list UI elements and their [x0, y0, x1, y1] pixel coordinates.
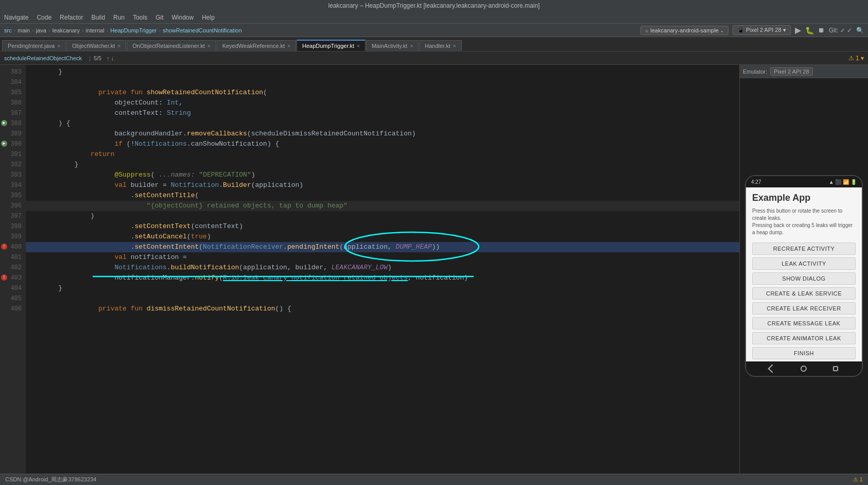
line-num-386: 386 — [0, 98, 26, 108]
tab-keyed-weak-ref[interactable]: KeyedWeakReference.kt × — [217, 40, 296, 51]
phone-buttons-list: RECREATE ACTIVITY LEAK ACTIVITY SHOW DIA… — [746, 240, 862, 361]
phone-home-button[interactable] — [800, 365, 808, 373]
phone-container: 4:27 ▲ ⬛ 📶 🔋 Example App Press this butt… — [740, 78, 868, 474]
menu-run[interactable]: Run — [113, 14, 125, 21]
breadcrumb-main[interactable]: main — [18, 27, 30, 33]
device-dropdown[interactable]: 📱 Pixel 2 API 28 ▾ — [733, 25, 791, 35]
phone-back-button[interactable] — [768, 365, 776, 373]
phone-btn-show-dialog[interactable]: SHOW DIALOG — [752, 272, 856, 285]
phone-btn-create-animator-leak[interactable]: CREATE ANIMATOR LEAK — [752, 332, 856, 344]
line-counter: 5/5 — [94, 55, 101, 61]
close-icon[interactable]: × — [117, 43, 120, 49]
git-status: Git: ✓ ✓ — [829, 27, 852, 34]
line-num-393: 393 — [0, 170, 26, 180]
menu-window[interactable]: Window — [171, 14, 194, 21]
line-num-397: 397 — [0, 211, 26, 221]
breadcrumb-java[interactable]: java — [36, 27, 46, 33]
status-bar: CSDN @Android_周志豪378623234 ⚠ 1 — [0, 474, 868, 485]
tab-keyed-weak-ref-label: KeyedWeakReference.kt — [222, 43, 285, 49]
close-icon[interactable]: × — [357, 43, 360, 49]
window-title: leakcanary – HeapDumpTrigger.kt [leakcan… — [328, 2, 540, 9]
close-icon[interactable]: × — [410, 43, 413, 49]
menu-tools[interactable]: Tools — [133, 14, 147, 21]
line-num-395: 395 — [0, 190, 26, 201]
status-watermark: CSDN @Android_周志豪378623234 — [5, 476, 96, 483]
tab-on-object-retained-label: OnObjectRetainedListener.kt — [132, 43, 205, 49]
menu-code[interactable]: Code — [37, 14, 51, 21]
close-icon[interactable]: × — [57, 43, 60, 49]
line-num-400: ! 400 — [0, 242, 26, 252]
phone-btn-create-leak-receiver[interactable]: CREATE LEAK RECEIVER — [752, 302, 856, 315]
line-num-387: 387 — [0, 108, 26, 118]
line-num-389: 389 — [0, 129, 26, 139]
code-line-387: contentText: String — [26, 108, 739, 118]
code-line-406: private fun dismissRetainedCountNotifica… — [26, 304, 739, 314]
phone-btn-finish[interactable]: FINISH — [752, 347, 856, 359]
stop-button[interactable]: ⏹ — [818, 26, 825, 34]
menu-bar: Navigate Code Refactor Build Run Tools G… — [0, 11, 868, 24]
run-config-dropdown[interactable]: ⬦ leakcanary-android-sample ▾ — [640, 26, 728, 35]
close-icon[interactable]: × — [207, 43, 211, 49]
tab-heap-dump-label: HeapDumpTrigger.kt — [302, 43, 354, 49]
warning-badge[interactable]: ⚠ 1 ▾ — [848, 55, 864, 62]
phone-emulator-panel: Emulator: Pixel 2 API 28 4:27 ▲ ⬛ 📶 🔋 Ex… — [739, 65, 868, 474]
phone-btn-leak-activity[interactable]: LEAK ACTIVITY — [752, 257, 856, 270]
line-num-406: 406 — [0, 304, 26, 314]
tab-pending-intent[interactable]: PendingIntent.java × — [2, 40, 66, 51]
phone-btn-create-message-leak[interactable]: CREATE MESSAGE LEAK — [752, 317, 856, 330]
phone-nav-bar — [746, 361, 862, 376]
line-num-388: ▶ 388 — [0, 118, 26, 129]
phone-app-bar: Example App — [746, 187, 862, 205]
phone-time: 4:27 — [751, 179, 761, 185]
menu-refactor[interactable]: Refactor — [60, 14, 83, 21]
phone-screen: Example App Press this button or rotate … — [746, 187, 862, 361]
line-num-383: 383 — [0, 67, 26, 77]
line-num-405: 405 — [0, 293, 26, 304]
line-num-398: 398 — [0, 221, 26, 232]
breadcrumb-src[interactable]: src — [4, 27, 12, 33]
tab-object-watcher-label: ObjectWatcher.kt — [72, 43, 115, 49]
phone-status-bar: 4:27 ▲ ⬛ 📶 🔋 — [746, 176, 862, 187]
search-everywhere-btn[interactable]: 🔍 — [856, 27, 864, 34]
close-icon[interactable]: × — [287, 43, 290, 49]
tab-heap-dump-trigger[interactable]: HeapDumpTrigger.kt × — [297, 40, 366, 51]
run-button[interactable]: ▶ — [795, 25, 801, 35]
menu-build[interactable]: Build — [91, 14, 105, 21]
breadcrumb-bar: src › main › java › leakcanary › interna… — [0, 24, 868, 37]
tab-main-activity[interactable]: MainActivity.kt × — [366, 40, 419, 51]
phone-btn-recreate-activity[interactable]: RECREATE ACTIVITY — [752, 242, 856, 255]
line-num-391: 391 — [0, 149, 26, 160]
tab-handler[interactable]: Handler.kt × — [419, 40, 461, 51]
emulator-toolbar: Emulator: Pixel 2 API 28 — [740, 65, 868, 78]
breadcrumb-leakcanary[interactable]: leakcanary — [53, 27, 80, 33]
phone-description: Press this button or rotate the screen t… — [746, 205, 862, 240]
status-warnings[interactable]: ⚠ 1 — [853, 476, 863, 483]
menu-help[interactable]: Help — [202, 14, 215, 21]
line-num-399: 399 — [0, 232, 26, 242]
code-line-383: } — [26, 67, 739, 77]
tab-pending-intent-label: PendingIntent.java — [8, 43, 55, 49]
file-function-name[interactable]: scheduleRetainedObjectCheck — [4, 55, 82, 61]
menu-git[interactable]: Git — [155, 14, 163, 21]
code-editor[interactable]: } private fun showRetainedCountNotificat… — [26, 65, 739, 474]
close-icon[interactable]: × — [453, 43, 456, 49]
tab-on-object-retained[interactable]: OnObjectRetainedListener.kt × — [127, 40, 216, 51]
breadcrumb-heapdumptrigger[interactable]: HeapDumpTrigger — [110, 27, 157, 33]
phone-recents-button[interactable] — [831, 365, 840, 373]
breadcrumb-internal[interactable]: internal — [86, 27, 105, 33]
line-numbers: 383 384 385 386 387 ▶ 388 389 ▶ 390 391 … — [0, 65, 26, 474]
emulator-device[interactable]: Pixel 2 API 28 — [770, 67, 813, 76]
phone-frame: 4:27 ▲ ⬛ 📶 🔋 Example App Press this butt… — [745, 175, 863, 377]
menu-navigate[interactable]: Navigate — [4, 14, 28, 21]
debug-button[interactable]: 🐛 — [805, 26, 814, 34]
breadcrumb-function[interactable]: showRetainedCountNotification — [163, 27, 241, 33]
phone-btn-create-leak-service[interactable]: CREATE & LEAK SERVICE — [752, 287, 856, 300]
line-num-390: ▶ 390 — [0, 139, 26, 149]
tab-handler-label: Handler.kt — [425, 43, 450, 49]
tab-object-watcher[interactable]: ObjectWatcher.kt × — [66, 40, 126, 51]
line-num-385: 385 — [0, 88, 26, 98]
line-num-404: 404 — [0, 283, 26, 293]
code-line-403: notificationManager.notify(R.id.leak_can… — [26, 273, 739, 283]
line-num-394: 394 — [0, 180, 26, 190]
file-toolbar: scheduleRetainedObjectCheck | 5/5 ↑ ↓ ⚠ … — [0, 51, 868, 65]
